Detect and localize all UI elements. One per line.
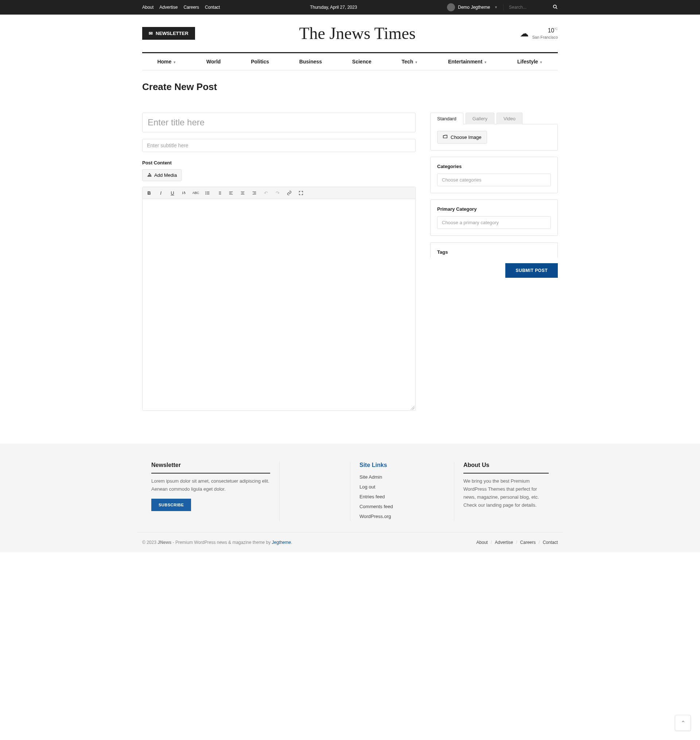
topbar-link-advertise[interactable]: Advertise — [159, 5, 178, 10]
footer-sitelinks-heading: Site Links — [359, 462, 445, 468]
chevron-down-icon: ▼ — [415, 60, 418, 64]
tags-panel: Tags — [430, 242, 558, 258]
nav-item-science[interactable]: Science — [349, 53, 375, 70]
resize-handle[interactable] — [410, 405, 415, 410]
chevron-down-icon: ▼ — [484, 60, 487, 64]
svg-point-6 — [206, 191, 206, 192]
editor-toolbar: B I U ABC ↶ ↷ — [143, 187, 415, 199]
nav-item-lifestyle[interactable]: Lifestyle▼ — [514, 53, 547, 70]
footer-about-text: We bring you the best Premium WordPress … — [463, 477, 549, 509]
topbar-date: Thursday, April 27, 2023 — [220, 5, 447, 10]
categories-label: Categories — [437, 164, 551, 169]
sitelink-item[interactable]: WordPress.org — [359, 511, 445, 521]
svg-line-1 — [556, 7, 557, 9]
footer-newsletter-text: Lorem ipsum dolor sit amet, consectetuer… — [151, 477, 270, 493]
strikethrough-button[interactable]: ABC — [192, 189, 199, 197]
search-input[interactable] — [509, 5, 553, 10]
align-center-button[interactable] — [239, 189, 246, 197]
categories-panel: Categories — [430, 157, 558, 193]
chevron-down-icon: ▼ — [494, 6, 498, 9]
newsletter-label: NEWSLETTER — [156, 31, 188, 36]
topbar-link-contact[interactable]: Contact — [205, 5, 220, 10]
quote-button[interactable] — [181, 189, 188, 197]
link-button[interactable] — [285, 189, 293, 197]
footer-bottom-link[interactable]: Contact — [543, 540, 558, 545]
italic-button[interactable]: I — [157, 189, 165, 197]
underline-button[interactable]: U — [169, 189, 176, 197]
sitelink-item[interactable]: Comments feed — [359, 502, 445, 511]
primary-category-input[interactable] — [437, 216, 551, 229]
nav-item-politics[interactable]: Politics — [247, 53, 273, 70]
categories-input[interactable] — [437, 173, 551, 186]
tab-standard[interactable]: Standard — [430, 113, 463, 124]
topbar-link-careers[interactable]: Careers — [183, 5, 199, 10]
format-panel: Choose Image — [430, 124, 558, 151]
svg-point-2 — [149, 173, 150, 174]
user-menu[interactable]: Demo Jegtheme ▼ — [447, 3, 498, 11]
chevron-down-icon: ▼ — [173, 60, 176, 64]
primary-category-panel: Primary Category — [430, 200, 558, 236]
submit-post-button[interactable]: SUBMIT POST — [505, 263, 558, 278]
header: ✉ NEWSLETTER The Jnews Times ☁ 10ºC San … — [137, 15, 563, 52]
ordered-list-button[interactable] — [215, 189, 223, 197]
choose-image-button[interactable]: Choose Image — [437, 131, 487, 144]
chevron-down-icon: ▼ — [540, 60, 543, 64]
nav-item-tech[interactable]: Tech▼ — [398, 53, 422, 70]
weather-widget: ☁ 10ºC San Francisco — [520, 27, 558, 40]
nav-item-home[interactable]: Home▼ — [153, 53, 180, 70]
align-right-button[interactable] — [250, 189, 258, 197]
search-icon[interactable] — [553, 4, 558, 10]
redo-button[interactable]: ↷ — [274, 189, 281, 197]
subscribe-button[interactable]: SUBSCRIBE — [151, 499, 191, 511]
footer: Newsletter Lorem ipsum dolor sit amet, c… — [0, 443, 700, 552]
nav-item-business[interactable]: Business — [296, 53, 326, 70]
undo-button[interactable]: ↶ — [262, 189, 269, 197]
svg-point-7 — [206, 192, 206, 193]
envelope-icon: ✉ — [149, 31, 153, 36]
post-subtitle-input[interactable] — [142, 139, 416, 152]
search-box — [503, 4, 558, 10]
sitelink-item[interactable]: Site Admin — [359, 472, 445, 482]
format-tabs: Standard Gallery Video — [430, 113, 558, 124]
jegtheme-link[interactable]: Jegtheme — [272, 540, 291, 545]
topbar-link-about[interactable]: About — [142, 5, 153, 10]
topbar: About Advertise Careers Contact Thursday… — [0, 0, 700, 15]
weather-unit: ºC — [554, 27, 558, 31]
add-media-button[interactable]: Add Media — [142, 169, 182, 181]
primary-category-label: Primary Category — [437, 206, 551, 212]
sitelink-item[interactable]: Log out — [359, 482, 445, 492]
tab-video[interactable]: Video — [497, 113, 522, 124]
weather-location: San Francisco — [532, 35, 558, 40]
main-nav: Home▼WorldPoliticsBusinessScienceTech▼En… — [142, 52, 558, 70]
username: Demo Jegtheme — [458, 5, 490, 10]
choose-image-label: Choose Image — [451, 135, 482, 140]
site-title[interactable]: The Jnews Times — [195, 24, 520, 43]
tags-label: Tags — [437, 250, 551, 255]
tab-gallery[interactable]: Gallery — [466, 113, 494, 124]
page-title: Create New Post — [142, 81, 558, 92]
post-content-label: Post Content — [142, 160, 416, 166]
media-icon — [147, 172, 152, 178]
weather-temp: 10 — [548, 27, 554, 34]
footer-about-heading: About Us — [463, 462, 549, 474]
post-title-input[interactable] — [142, 113, 416, 132]
nav-item-entertainment[interactable]: Entertainment▼ — [444, 53, 491, 70]
nav-item-world[interactable]: World — [203, 53, 224, 70]
bold-button[interactable]: B — [146, 189, 153, 197]
topbar-links: About Advertise Careers Contact — [142, 5, 220, 10]
sitelink-item[interactable]: Entries feed — [359, 492, 445, 502]
fullscreen-button[interactable] — [297, 189, 304, 197]
footer-newsletter-heading: Newsletter — [151, 462, 270, 474]
footer-bottom-link[interactable]: About — [476, 540, 488, 545]
avatar — [447, 3, 455, 11]
editor-body[interactable] — [143, 199, 415, 410]
add-media-label: Add Media — [154, 172, 177, 178]
editor: B I U ABC ↶ ↷ — [142, 186, 416, 411]
align-left-button[interactable] — [227, 189, 234, 197]
copyright: © 2023 JNews - Premium WordPress news & … — [142, 540, 293, 545]
bullet-list-button[interactable] — [204, 189, 211, 197]
newsletter-button[interactable]: ✉ NEWSLETTER — [142, 27, 195, 40]
svg-point-0 — [553, 5, 556, 8]
footer-bottom-link[interactable]: Advertise — [495, 540, 513, 545]
footer-bottom-link[interactable]: Careers — [520, 540, 536, 545]
